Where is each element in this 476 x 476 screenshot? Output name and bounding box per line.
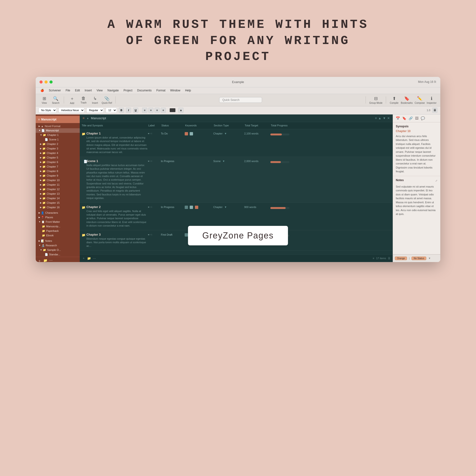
sidebar-item-standar[interactable]: 📄 Standar... — [36, 252, 80, 257]
status-dropdown-icon[interactable]: ▼ — [428, 257, 431, 260]
sidebar-item-chapter-16[interactable]: ▶ 📁 Chapter 16 — [36, 205, 80, 210]
table-row-chapter-1[interactable]: 📁 Chapter 1 Lorem ipsum dolor sit amet, … — [80, 129, 393, 157]
sidebar-item-chapter-1[interactable]: ▼ 📁 Chapter 1 — [36, 133, 80, 137]
sidebar-item-ebook[interactable]: 📁 Ebook — [36, 233, 80, 238]
close-content-button[interactable]: ✕ — [387, 116, 390, 120]
sidebar-item-chapter-10[interactable]: ▶ 📁 Chapter 10 — [36, 178, 80, 183]
align-right-button[interactable]: ≡ — [154, 108, 160, 113]
sidebar-item-chapter-4[interactable]: ▶ 📁 Chapter 4 — [36, 151, 80, 155]
menu-file[interactable]: File — [64, 88, 72, 93]
collapse-button[interactable]: ≡ — [375, 116, 377, 120]
view-button[interactable]: ⊞ View — [39, 96, 49, 104]
sidebar-item-places[interactable]: ▶ 📍 Places — [36, 215, 80, 220]
chevron-icon: ▼ — [40, 134, 42, 136]
sidebar-item-chapter-11[interactable]: ▶ 📁 Chapter 11 — [36, 183, 80, 187]
section-dropdown-icon[interactable]: ▼ — [224, 132, 227, 135]
style-select[interactable]: No Style — [38, 108, 57, 113]
section-dropdown-icon[interactable]: ▼ — [224, 206, 227, 208]
insert-button[interactable]: ↳ Insert — [90, 96, 100, 104]
folder-content-button[interactable]: 📁 — [87, 256, 91, 260]
sidebar-item-chapter-13[interactable]: ▶ 📁 Chapter 13 — [36, 192, 80, 196]
folder-button[interactable]: 📁 — [43, 258, 47, 262]
sidebar-item-chapter-14[interactable]: ▶ 📁 Chapter 14 — [36, 196, 80, 201]
sidebar-item-sample-o[interactable]: ▼ 📁 Sample O... — [36, 248, 80, 252]
weight-select[interactable]: Regular — [86, 108, 104, 113]
sidebar-item-chapter-7[interactable]: ▶ 📁 Chapter 7 — [36, 165, 80, 169]
groupmode-button[interactable]: ⊟ Group Mode — [369, 96, 382, 104]
sidebar-item-chapter-9[interactable]: ▶ 📁 Chapter 9 — [36, 173, 80, 178]
chapter-5-icon: 📁 — [42, 156, 46, 159]
sidebar-item-chapter-6[interactable]: ▶ 📁 Chapter 6 — [36, 160, 80, 165]
settings-button[interactable]: ▼ — [383, 116, 386, 120]
sidebar-item-chapter-8[interactable]: ▶ 📁 Chapter 8 — [36, 169, 80, 173]
status-pill[interactable]: No Status — [411, 256, 426, 260]
section-dropdown-icon[interactable]: ▼ — [222, 160, 225, 163]
color-swatch[interactable] — [170, 108, 175, 112]
align-left-button[interactable]: ≡ — [142, 108, 147, 113]
menu-edit[interactable]: Edit — [73, 88, 82, 93]
maximize-button[interactable] — [50, 81, 52, 84]
sidebar-item-manuscript-sub[interactable]: 📁 Manuscrip... — [36, 224, 80, 229]
menu-insert[interactable]: Insert — [83, 88, 94, 93]
binder-title: Manuscript — [41, 118, 56, 121]
table-row-scene-1[interactable]: 📄 Scene 1 Nulla aliquet porttitor lacus … — [80, 157, 393, 203]
menu-documents[interactable]: Documents — [135, 88, 153, 93]
expand-button[interactable]: ▲ — [378, 116, 381, 120]
menu-project[interactable]: Project — [122, 88, 134, 93]
sidebar-item-notes[interactable]: ▶ 📝 Notes — [36, 239, 80, 243]
bookmark-icon[interactable]: 🔖 — [402, 116, 406, 120]
menu-format[interactable]: Format — [154, 88, 167, 93]
sidebar-item-front-matter[interactable]: ▼ 📋 Front Matter — [36, 220, 80, 224]
quick-search-input[interactable]: Quick Search — [219, 97, 262, 103]
image-icon[interactable]: 🖼 — [415, 116, 418, 120]
italic-button[interactable]: I — [126, 108, 131, 113]
sidebar-label-sample-o: Sample O... — [47, 249, 61, 251]
compile-button[interactable]: ⬆ Compile — [389, 96, 399, 104]
chat-icon[interactable]: 💬 — [421, 116, 425, 120]
sidebar-label-chapter-3: Chapter 3 — [47, 147, 58, 150]
compose-button[interactable]: ✏️ Compose — [415, 96, 425, 104]
bold-button[interactable]: B — [119, 108, 124, 113]
sidebar-item-novel-format[interactable]: ▶ ▲ Novel Format — [36, 124, 80, 128]
font-color-button[interactable]: a — [178, 108, 184, 113]
add-sidebar-button[interactable]: ＋ — [38, 258, 41, 262]
inspector-button[interactable]: ℹ Inspector — [427, 96, 437, 104]
sidebar-item-chapter-12[interactable]: ▶ 📁 Chapter 12 — [36, 187, 80, 192]
menu-window[interactable]: Window — [168, 88, 182, 93]
link-icon[interactable]: 🔗 — [409, 116, 413, 120]
minimize-button[interactable] — [45, 81, 48, 84]
bookmarks-button[interactable]: 🔖 Bookmarks — [401, 96, 413, 104]
options-content-button[interactable]: ⋯ — [93, 256, 96, 260]
align-justify-button[interactable]: ≡ — [161, 108, 166, 113]
calendar-icon[interactable]: 📅 — [396, 116, 400, 120]
list-button[interactable]: ☰ — [432, 108, 438, 113]
add-button[interactable]: ＋ Add — [67, 96, 77, 104]
sidebar-item-paperback[interactable]: 📁 Paperback — [36, 229, 80, 233]
trash-button[interactable]: 🗑 Trash — [79, 96, 88, 104]
quickref-button[interactable]: 📎 Quick Ref — [102, 96, 112, 104]
add-content-button[interactable]: ＋ — [82, 256, 85, 260]
close-button[interactable] — [39, 81, 43, 84]
sidebar-item-chapter-2[interactable]: ▶ 📁 Chapter 2 — [36, 142, 80, 146]
notes-expand-icon[interactable]: ⤢ — [435, 179, 438, 182]
font-select[interactable]: Helvetica Neue — [59, 108, 85, 113]
sidebar-item-chapter-5[interactable]: ▶ 📁 Chapter 5 — [36, 155, 80, 160]
sidebar-item-scene-1[interactable]: 📄 Scene 1 — [36, 137, 80, 142]
apple-menu[interactable]: 🍎 — [38, 88, 46, 93]
more-button[interactable]: ⋯ — [49, 258, 52, 262]
menu-scrivener[interactable]: Scrivener — [47, 88, 63, 93]
menu-navigate[interactable]: Navigate — [106, 88, 121, 93]
sidebar-item-manuscript[interactable]: ▼ 📄 Manuscript — [36, 128, 80, 133]
sidebar-item-chapter-3[interactable]: ▶ 📁 Chapter 3 — [36, 146, 80, 151]
align-center-button[interactable]: ≡ — [148, 108, 153, 113]
sidebar-item-chapter-15[interactable]: ▶ 📁 Chapter 15 — [36, 201, 80, 205]
menu-help[interactable]: Help — [183, 88, 193, 93]
size-select[interactable]: 12 — [106, 108, 117, 113]
chapter-10-icon: 📁 — [42, 179, 46, 182]
label-pill[interactable]: Orange — [395, 256, 407, 260]
menu-view[interactable]: View — [95, 88, 105, 93]
underline-button[interactable]: U — [133, 108, 138, 113]
sidebar-item-research[interactable]: ▼ 🔬 Research — [36, 243, 80, 248]
sidebar-item-characters[interactable]: ▶ 👤 Characters — [36, 211, 80, 215]
search-button[interactable]: 🔍 Search — [51, 96, 60, 104]
